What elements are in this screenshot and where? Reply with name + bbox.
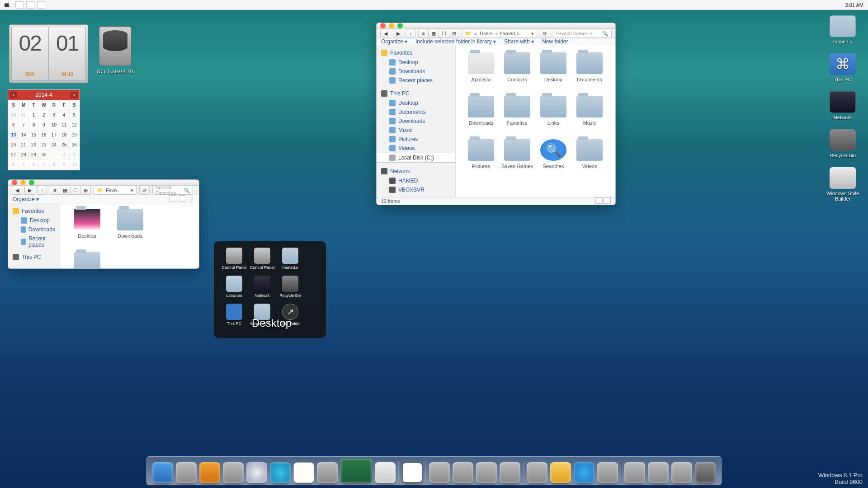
calendar-day[interactable]: 12 [69,120,79,130]
calendar-day[interactable]: 22 [28,140,38,150]
file-item[interactable]: Contacts [499,52,535,93]
sidebar-item-hamed[interactable]: HAMED [377,176,455,185]
share-menu[interactable]: Share with ▾ [504,38,534,45]
calendar-day[interactable]: 18 [59,130,69,140]
dock-trash[interactable] [695,462,716,483]
desktop-icon-style-builder[interactable]: Windows Style Builder [825,167,861,202]
calendar-day[interactable]: 7 [19,120,28,130]
maximize-button[interactable] [397,23,403,28]
dock-app-6[interactable] [500,462,520,483]
forward-button[interactable]: ▶ [393,29,403,38]
dock-app-8[interactable] [550,462,571,483]
close-button[interactable] [380,23,386,28]
desktop-icon-network[interactable]: Network [825,91,861,120]
calendar-day[interactable]: 29 [28,150,38,160]
dock-app-12[interactable] [671,462,692,483]
dock-desktop-stack[interactable] [340,459,372,483]
file-item[interactable]: Desktop [535,52,571,93]
calendar-day[interactable]: 30 [9,110,19,120]
dock-app-11[interactable] [648,462,669,483]
file-item[interactable]: Downloads [108,209,151,249]
file-item[interactable]: Music [571,96,608,136]
back-button[interactable]: ◀ [12,186,22,195]
stack-item[interactable]: hamed.s [276,248,304,276]
calendar-day[interactable]: 14 [19,130,28,140]
calendar-day[interactable]: 3 [49,110,59,120]
calendar-day[interactable]: 6 [28,160,38,170]
dock-app-1[interactable] [199,462,220,483]
calendar-day[interactable]: 13 [9,130,19,140]
file-item[interactable]: Links [535,96,571,136]
taskbar-app-3[interactable] [37,1,45,9]
file-item[interactable]: Documents [571,52,608,93]
cal-prev-button[interactable]: ‹ [10,92,17,98]
minimize-button[interactable] [20,180,26,185]
search-input[interactable]: Search hamed.s🔍 [553,29,612,38]
stack-item[interactable]: Recycle Bin [276,276,304,304]
minimize-button[interactable] [389,23,394,28]
calendar-day[interactable]: 6 [9,120,19,130]
up-button[interactable]: ↑ [406,29,415,38]
sidebar-favorites-header[interactable]: Favorites [377,48,455,58]
dock-bootcamp[interactable] [375,462,396,483]
calendar-day[interactable]: 8 [28,120,38,130]
dock-finder[interactable] [152,462,173,483]
organize-menu[interactable]: Organize ▾ [381,38,407,45]
calendar-day[interactable]: 11 [59,120,69,130]
calendar-day[interactable]: 2 [59,150,69,160]
include-menu[interactable]: Include selected folder in library ▾ [415,38,496,45]
file-item[interactable]: AppData [463,52,499,93]
maximize-button[interactable] [29,180,34,185]
sidebar-thispc-header[interactable]: This PC [8,252,60,262]
file-item[interactable]: Pictures [463,139,499,180]
sidebar-item-desktop2[interactable]: Desktop [377,99,455,108]
details-view-button[interactable] [595,197,603,204]
file-grid[interactable]: AppDataContactsDesktopDocumentsDownloads… [456,45,615,197]
dock-app-9[interactable] [597,462,618,483]
file-item[interactable]: Videos [571,139,608,180]
sidebar-item-downloads2[interactable]: Downloads [377,117,455,126]
calendar-day[interactable]: 3 [69,150,79,160]
file-item[interactable]: Searches [535,139,571,180]
calendar-day[interactable]: 26 [69,140,79,150]
dock-app-3[interactable] [270,462,291,483]
calendar-day[interactable]: 9 [59,160,69,170]
calendar-day[interactable]: 5 [69,110,79,120]
calendar-day[interactable]: 1 [28,110,38,120]
calendar-day[interactable]: 25 [59,140,69,150]
calendar-day[interactable]: 9 [39,120,49,130]
calendar-day[interactable]: 20 [9,140,19,150]
calendar-day[interactable]: 24 [49,140,59,150]
calendar-day[interactable]: 28 [19,150,28,160]
file-item[interactable]: Desktop [66,209,108,249]
sidebar-item-desktop[interactable]: Desktop [8,216,60,225]
help-button[interactable]: ❔ [188,197,194,203]
calendar-day[interactable]: 10 [69,160,79,170]
file-item[interactable]: Recent places [66,252,108,269]
dock-notes[interactable] [293,462,314,483]
calendar-day[interactable]: 7 [39,160,49,170]
dock-app-5[interactable] [476,462,497,483]
cal-next-button[interactable]: › [71,92,78,98]
address-bar[interactable]: 📁 « Users› hamed.s ▾ [462,29,537,38]
dock-power[interactable] [453,462,473,483]
taskbar-app-2[interactable] [26,1,34,9]
desktop-icon-hamed[interactable]: hamed.s [825,15,861,44]
up-button[interactable]: ↑ [37,186,47,195]
calendar-day[interactable]: 30 [39,150,49,160]
organize-menu[interactable]: Organize ▾ [13,196,39,202]
calendar-day[interactable]: 17 [49,130,59,140]
back-button[interactable]: ◀ [380,29,390,38]
breadcrumb-segment[interactable]: Users [480,31,493,36]
file-item[interactable]: Favorites [499,96,535,136]
stack-item[interactable]: Libraries [220,276,248,304]
refresh-button[interactable]: ⟳ [540,29,550,38]
titlebar[interactable] [377,23,615,29]
dock-settings[interactable] [176,462,197,483]
calendar-day[interactable]: 31 [19,110,28,120]
file-item[interactable]: Downloads [463,96,499,136]
stack-item[interactable]: Control Panel [220,248,248,276]
calendar-day[interactable]: 19 [69,130,79,140]
stack-item[interactable]: Network [248,276,276,304]
dock-app-10[interactable] [624,462,645,483]
